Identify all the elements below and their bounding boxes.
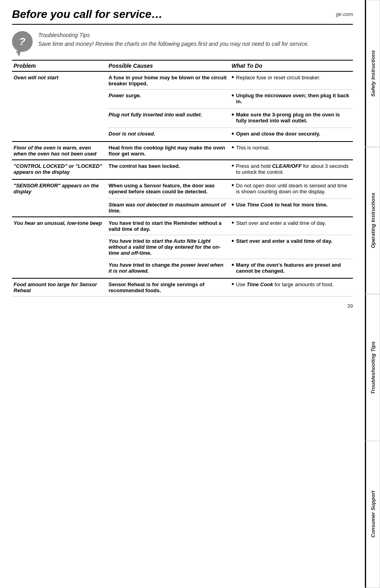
table-row: Floor of the oven is warm, even when the…	[12, 142, 353, 160]
cause-cell: The control has been locked.	[107, 160, 230, 179]
solution-cell: • Use Time Cook to heat for more time.	[230, 199, 353, 217]
solution-text: Start over and enter a valid time of day…	[236, 220, 326, 226]
cause-cell: You have tried to start the Auto Nite Li…	[107, 235, 230, 259]
problem-cell: "CONTROL LOCKED" or "LOCKED" appears on …	[12, 160, 107, 179]
problem-cell: Floor of the oven is warm, even when the…	[12, 142, 107, 160]
sidebar-tab-operating[interactable]: Operating Instructions	[365, 147, 380, 294]
bullet-icon: •	[231, 261, 234, 268]
table-row: You hear an unusual, low-tone beep You h…	[12, 217, 353, 235]
solution-cell: • Open and close the door securely.	[230, 128, 353, 142]
intro-title: Troubleshooting Tips	[38, 32, 309, 38]
bullet-icon: •	[231, 219, 234, 226]
page-title: Before you call for service…	[12, 8, 163, 21]
bullet-icon: •	[231, 237, 234, 244]
bullet-icon: •	[231, 130, 234, 137]
solution-text: Make sure the 3-prong plug on the oven i…	[236, 112, 350, 124]
solution-text: Open and close the door securely.	[236, 131, 320, 137]
solution-cell: • Many of the oven's features are preset…	[230, 259, 353, 279]
cause-cell: Heat from the cooktop light may make the…	[107, 142, 230, 160]
bullet-icon: •	[231, 182, 234, 189]
col-what-to-do: What To Do	[230, 60, 353, 71]
solution-text: Do not open door until steam is sensed a…	[236, 183, 350, 195]
solution-text: Use Time Cook to heat for more time.	[236, 202, 328, 208]
solution-text: Unplug the microwave oven; then plug it …	[236, 92, 350, 104]
table-row: Oven will not start A fuse in your home …	[12, 71, 353, 90]
solution-cell: • This is normal.	[230, 142, 353, 160]
bullet-icon: •	[231, 201, 234, 208]
solution-cell: • Start over and enter a valid time of d…	[230, 235, 353, 259]
bullet-icon: •	[231, 144, 234, 151]
question-icon: ?	[12, 31, 33, 52]
solution-text: This is normal.	[236, 145, 270, 151]
cause-cell: When using a Sensor feature, the door wa…	[107, 179, 230, 199]
page-number: 39	[12, 303, 353, 309]
cause-cell: Plug not fully inserted into wall outlet…	[107, 109, 230, 128]
table-row: "CONTROL LOCKED" or "LOCKED" appears on …	[12, 160, 353, 179]
cause-cell: Sensor Reheat is for single servings of …	[107, 278, 230, 297]
sidebar-tabs: Safety Instructions Operating Instructio…	[365, 0, 380, 588]
cause-cell: Power surge.	[107, 90, 230, 109]
bullet-icon: •	[231, 162, 234, 169]
cause-cell: Door is not closed.	[107, 128, 230, 142]
solution-text: Press and hold CLEAR/OFF for about 3 sec…	[236, 163, 350, 175]
col-causes: Possible Causes	[107, 60, 230, 71]
bullet-icon: •	[231, 92, 234, 99]
main-content: Before you call for service… ge.com ? Tr…	[0, 0, 365, 588]
problem-cell: Food amount too large for Sensor Reheat	[12, 278, 107, 297]
intro-text-block: Troubleshooting Tips Save time and money…	[38, 31, 309, 48]
solution-cell: • Do not open door until steam is sensed…	[230, 179, 353, 199]
cause-cell: A fuse in your home may be blown or the …	[107, 71, 230, 90]
solution-text: Use Time Cook for large amounts of food.	[236, 281, 334, 287]
problem-cell: You hear an unusual, low-tone beep	[12, 217, 107, 278]
solution-cell: • Unplug the microwave oven; then plug i…	[230, 90, 353, 109]
problem-cell: "SENSOR ERROR" appears on the display	[12, 179, 107, 217]
col-problem: Problem	[12, 60, 107, 71]
table-header-row: Problem Possible Causes What To Do	[12, 60, 353, 71]
cause-cell: You have tried to start the Reminder wit…	[107, 217, 230, 235]
bullet-icon: •	[231, 281, 234, 288]
problem-cell: Oven will not start	[12, 71, 107, 142]
solution-text: Start over and enter a valid time of day…	[236, 238, 333, 244]
cause-cell: You have tried to change the power level…	[107, 259, 230, 279]
solution-cell: • Use Time Cook for large amounts of foo…	[230, 278, 353, 297]
solution-cell: • Make sure the 3-prong plug on the oven…	[230, 109, 353, 128]
trouble-table: Problem Possible Causes What To Do Oven …	[12, 60, 353, 297]
intro-body: Save time and money! Review the charts o…	[38, 40, 309, 48]
page-website: ge.com	[336, 11, 353, 17]
solution-text: Replace fuse or reset circuit breaker.	[236, 75, 321, 81]
bullet-icon: •	[231, 111, 234, 118]
solution-cell: • Start over and enter a valid time of d…	[230, 217, 353, 235]
table-row: "SENSOR ERROR" appears on the display Wh…	[12, 179, 353, 199]
sidebar-tab-troubleshooting[interactable]: Troubleshooting Tips	[365, 294, 380, 441]
solution-cell: • Replace fuse or reset circuit breaker.	[230, 71, 353, 90]
table-row: Food amount too large for Sensor Reheat …	[12, 278, 353, 297]
sidebar-tab-safety[interactable]: Safety Instructions	[365, 0, 380, 147]
cause-cell: Steam was not detected in maximum amount…	[107, 199, 230, 217]
sidebar-tab-consumer[interactable]: Consumer Support	[365, 441, 380, 588]
bullet-icon: •	[231, 74, 234, 81]
page-wrapper: Before you call for service… ge.com ? Tr…	[0, 0, 380, 588]
solution-text: Many of the oven's features are preset a…	[236, 262, 350, 274]
page-header: Before you call for service… ge.com	[12, 8, 353, 25]
intro-section: ? Troubleshooting Tips Save time and mon…	[12, 31, 353, 52]
solution-cell: • Press and hold CLEAR/OFF for about 3 s…	[230, 160, 353, 179]
